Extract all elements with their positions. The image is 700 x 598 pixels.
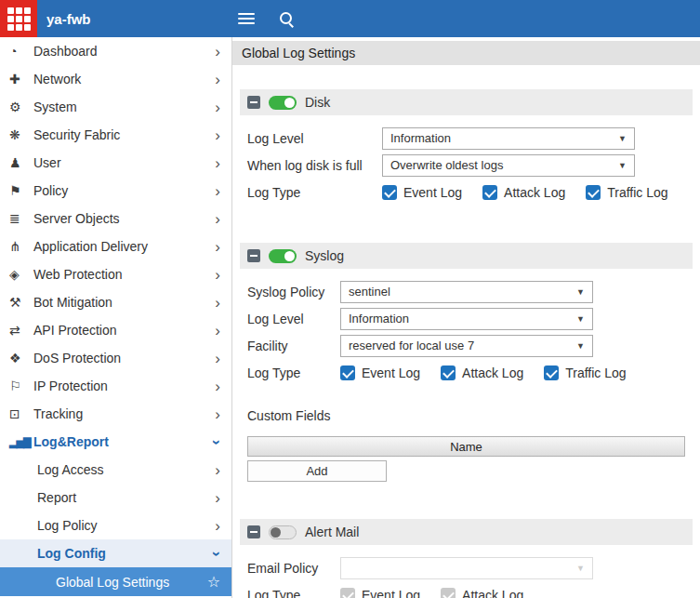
chevron-right-icon: ›: [213, 211, 222, 227]
sidebar-item-web-protection[interactable]: ◈ Web Protection ›: [0, 260, 231, 288]
chevron-right-icon: ›: [213, 100, 222, 115]
search-icon[interactable]: [279, 11, 295, 27]
field-label: Log Type: [247, 185, 382, 200]
sidebar-item-label: DoS Protection: [33, 351, 213, 365]
syslog-log-type-row: Log Type Event Log Attack Log: [247, 359, 685, 386]
sidebar-item-label: Web Protection: [33, 267, 213, 282]
checkbox-checked-icon: [482, 185, 497, 200]
sidebar-item-network[interactable]: ✚ Network ›: [0, 65, 231, 93]
alert-mail-section: Alert Mail Email Policy ▼ Log Type: [240, 519, 693, 598]
alert-mail-section-header: Alert Mail: [240, 519, 693, 545]
star-icon[interactable]: ☆: [207, 573, 220, 591]
sidebar-item-application-delivery[interactable]: ⋔ Application Delivery ›: [0, 233, 231, 260]
field-label: When log disk is full: [247, 158, 382, 173]
caret-down-icon: ▼: [618, 134, 627, 143]
sidebar-item-label: Log Policy: [37, 518, 213, 533]
add-button[interactable]: Add: [247, 460, 387, 482]
field-label: Log Level: [247, 131, 382, 146]
sidebar-item-label: Global Log Settings: [56, 575, 207, 590]
sidebar-item-bot-mitigation[interactable]: ⚒ Bot Mitigation ›: [0, 288, 231, 316]
sidebar-item-user[interactable]: ♟ User ›: [0, 149, 231, 177]
sidebar-item-ip-protection[interactable]: ⚐ IP Protection ›: [0, 372, 231, 400]
select-value: sentinel: [349, 285, 390, 299]
checkbox-label: Attack Log: [504, 185, 565, 200]
page-title: Global Log Settings: [232, 41, 700, 65]
field-label: Log Type: [247, 588, 340, 598]
sidebar-item-security-fabric[interactable]: ❋ Security Fabric ›: [0, 121, 231, 149]
attack-log-checkbox[interactable]: Attack Log: [482, 185, 565, 200]
sidebar-item-label: Dashboard: [33, 44, 213, 59]
field-label: Facility: [247, 339, 340, 353]
flag-icon: ⚑: [9, 183, 33, 198]
facility-row: Facility reserved for local use 7 ▼: [247, 332, 685, 359]
sidebar-item-api-protection[interactable]: ⇄ API Protection ›: [0, 316, 231, 344]
checkbox-checked-icon: [382, 185, 397, 200]
sidebar-item-dos-protection[interactable]: ❖ DoS Protection ›: [0, 344, 231, 372]
disk-toggle[interactable]: [269, 96, 297, 110]
section-title: Alert Mail: [305, 525, 359, 539]
sidebar-item-label: API Protection: [33, 323, 213, 338]
dashboard-icon: ◔: [9, 44, 33, 59]
checkbox-label: Event Log: [403, 185, 462, 200]
fortinet-logo-icon: [0, 0, 37, 37]
sidebar-item-label: Security Fabric: [33, 127, 213, 142]
event-log-checkbox-disabled: Event Log: [340, 588, 420, 598]
sidebar-item-label: Server Objects: [33, 211, 213, 226]
checkbox-label: Event Log: [362, 588, 420, 598]
disk-full-select[interactable]: Overwrite oldest logs ▼: [382, 154, 635, 177]
custom-fields-block: Custom Fields Name Add: [247, 408, 685, 482]
sidebar-item-log-policy[interactable]: Log Policy ›: [0, 512, 231, 539]
sidebar-item-server-objects[interactable]: ≣ Server Objects ›: [0, 205, 231, 233]
traffic-log-checkbox[interactable]: Traffic Log: [544, 365, 626, 380]
log-level-row: Log Level Information ▼: [247, 125, 685, 152]
sidebar-item-label: Network: [33, 72, 213, 86]
disk-log-level-select[interactable]: Information ▼: [382, 127, 635, 150]
sidebar-item-global-log-settings[interactable]: Global Log Settings ☆: [0, 567, 231, 596]
chevron-down-icon: ›: [210, 549, 226, 558]
syslog-section: Syslog Syslog Policy sentinel ▼ Log Leve…: [240, 243, 693, 495]
collapse-icon[interactable]: [247, 249, 260, 262]
app-window: ya-fwb ◔ Dashboard › ✚ Network › ⚙ Syste…: [0, 0, 700, 598]
sidebar: ◔ Dashboard › ✚ Network › ⚙ System › ❋ S…: [0, 37, 232, 598]
sidebar-item-log-report[interactable]: ▂▅▇ Log&Report ›: [0, 428, 231, 456]
sidebar-item-policy[interactable]: ⚑ Policy ›: [0, 177, 231, 205]
sidebar-item-tracking[interactable]: ⊡ Tracking ›: [0, 400, 231, 428]
collapse-icon[interactable]: [247, 96, 260, 109]
menu-icon[interactable]: [238, 13, 255, 24]
disk-full-row: When log disk is full Overwrite oldest l…: [247, 152, 685, 179]
gear-icon: ⚙: [9, 100, 33, 114]
sidebar-item-label: Application Delivery: [33, 239, 213, 254]
attack-log-checkbox[interactable]: Attack Log: [441, 365, 523, 380]
topbar-icons: [238, 11, 295, 27]
sidebar-item-dashboard[interactable]: ◔ Dashboard ›: [0, 37, 231, 65]
syslog-policy-select[interactable]: sentinel ▼: [340, 281, 593, 303]
field-label: Syslog Policy: [247, 285, 340, 299]
checkbox-checked-icon: [340, 365, 355, 380]
caret-down-icon: ▼: [576, 341, 585, 351]
sidebar-item-log-access[interactable]: Log Access ›: [0, 456, 231, 484]
bar-chart-icon: ▂▅▇: [9, 436, 33, 448]
chevron-down-icon: ›: [210, 437, 226, 446]
event-log-checkbox[interactable]: Event Log: [340, 365, 420, 380]
event-log-checkbox[interactable]: Event Log: [382, 185, 462, 200]
chevron-right-icon: ›: [213, 518, 222, 534]
sidebar-item-label: System: [33, 100, 213, 114]
hostname-title: ya-fwb: [46, 11, 91, 27]
select-value: reserved for local use 7: [349, 339, 474, 352]
sidebar-item-report[interactable]: Report ›: [0, 484, 231, 512]
sidebar-item-log-config[interactable]: Log Config ›: [0, 539, 231, 567]
facility-select[interactable]: reserved for local use 7 ▼: [340, 335, 593, 357]
syslog-log-level-select[interactable]: Information ▼: [340, 308, 593, 330]
sidebar-item-system[interactable]: ⚙ System ›: [0, 93, 231, 121]
collapse-icon[interactable]: [247, 525, 260, 538]
chevron-right-icon: ›: [213, 239, 222, 255]
traffic-log-checkbox[interactable]: Traffic Log: [586, 185, 667, 200]
alert-log-type-row: Log Type Event Log Attack Log: [247, 581, 685, 598]
sidebar-item-label: Log Access: [37, 462, 213, 477]
checkbox-checked-disabled-icon: [340, 588, 355, 598]
alert-mail-toggle[interactable]: [269, 525, 297, 539]
disk-section: Disk Log Level Information ▼ When log di…: [240, 89, 693, 219]
email-policy-select: ▼: [340, 557, 593, 579]
select-value: Overwrite oldest logs: [390, 158, 503, 172]
syslog-toggle[interactable]: [269, 249, 297, 263]
